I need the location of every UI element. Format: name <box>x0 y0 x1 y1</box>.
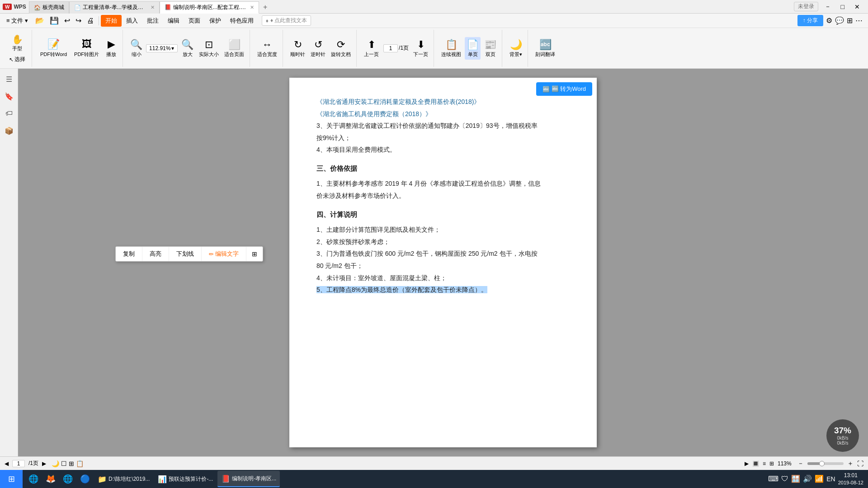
comment-icon2[interactable]: 💬 <box>835 16 844 25</box>
taskbar-input-icon[interactable]: ⌨ <box>768 474 778 483</box>
highlight-btn[interactable]: 高亮 <box>142 247 169 261</box>
minimize-btn[interactable]: － <box>821 2 835 12</box>
more-icon[interactable]: ⋯ <box>855 16 863 25</box>
taskbar-ie2-btn[interactable]: 🌐 <box>60 471 76 487</box>
status-view3-icon[interactable]: 📋 <box>76 460 84 467</box>
share-btn[interactable]: ↑ 分享 <box>797 15 823 26</box>
zoom-plus-btn[interactable]: ＋ <box>847 460 854 468</box>
float-icon-btn[interactable]: ⊞ <box>246 247 263 261</box>
zoom-slider[interactable] <box>807 462 844 465</box>
taskbar-fox-btn[interactable]: 🦊 <box>42 471 59 487</box>
translate-group: 🔤 刻词翻译 <box>530 30 561 67</box>
settings-icon[interactable]: ⚙ <box>826 16 832 25</box>
prev-page-btn[interactable]: ⬆ 上一页 <box>362 37 381 60</box>
menu-edit[interactable]: 编辑 <box>163 15 184 27</box>
hand-btn[interactable]: ✋ 手型 <box>7 32 27 54</box>
taskbar-folder-btn[interactable]: 📁 D:\陈培红\2019... <box>94 471 153 487</box>
tab-doc[interactable]: 📄 工程量清单-孝...学楼及配套工程 = ✕ <box>69 1 160 14</box>
next-page-btn[interactable]: ⬇ 下一页 <box>411 37 430 60</box>
tag-sidebar-icon[interactable]: 🏷 <box>2 107 16 120</box>
zoom-out-btn[interactable]: 🔍 缩小 <box>128 37 144 60</box>
menu-undo[interactable]: ↩ <box>61 14 73 27</box>
taskbar-volume-icon[interactable]: 🔊 <box>803 474 812 483</box>
menu-comment[interactable]: 批注 <box>142 15 163 27</box>
menu-save[interactable]: 💾 <box>47 14 61 27</box>
taskbar-wps-label: 编制说明-孝南区... <box>232 475 276 483</box>
circle-indicator: 37% 0kB/s 0kB/s <box>826 419 859 452</box>
status-view1-icon[interactable]: ☐ <box>61 460 67 467</box>
play-btn[interactable]: ▶ 播放 <box>104 37 119 60</box>
menu-protect[interactable]: 保护 <box>205 15 226 27</box>
tab-pdf-label: 编制说明-孝南区...配套工程.pdf <box>173 4 247 11</box>
taskbar-time: 13:01 <box>838 472 863 479</box>
taskbar-ie-btn[interactable]: 🌐 <box>25 471 42 487</box>
zoom-value: 112.91% <box>149 45 170 52</box>
taskbar-360-btn[interactable]: 🔵 <box>77 471 93 487</box>
taskbar-input2-icon[interactable]: EN <box>826 475 835 483</box>
menu-special[interactable]: 特色应用 <box>226 15 258 27</box>
taskbar-calc-btn[interactable]: 📊 预联达预算计价-... <box>154 471 217 487</box>
bookmark-sidebar-icon[interactable]: 🔖 <box>2 89 16 103</box>
zoom-in-btn[interactable]: 🔍 放大 <box>179 37 195 60</box>
status-page-input[interactable] <box>12 460 25 467</box>
tab-doc-close[interactable]: ✕ <box>151 5 155 10</box>
start-btn[interactable]: ⊞ <box>0 470 23 488</box>
tab-home-icon: 🏠 <box>34 5 41 11</box>
current-page-input[interactable] <box>383 44 398 52</box>
select-btn[interactable]: ↖ 选择 <box>7 55 27 64</box>
close-btn[interactable]: ✕ <box>851 2 863 11</box>
convert-to-word-btn[interactable]: 🔤 🔤 转为Word <box>536 82 592 96</box>
night-btn[interactable]: 🌙 背景▾ <box>508 37 524 60</box>
menu-redo[interactable]: ↪ <box>73 14 84 27</box>
underline-btn[interactable]: 下划线 <box>169 247 202 261</box>
taskbar-calc-icon: 📊 <box>158 475 167 483</box>
menu-print[interactable]: 🖨 <box>84 15 97 27</box>
tab-home[interactable]: 🏠 板壳商城 <box>29 1 69 14</box>
translate-btn[interactable]: 🔤 刻词翻译 <box>533 37 557 60</box>
search-box[interactable]: ♦ ♦ 点此查找文本 <box>262 15 311 26</box>
status-moon-icon[interactable]: 🌙 <box>52 460 59 467</box>
taskbar-win-icon[interactable]: 🪟 <box>791 474 800 483</box>
archive-sidebar-icon[interactable]: 📦 <box>2 124 16 137</box>
file-menu[interactable]: ≡ 文件 ▾ <box>2 15 33 27</box>
single-page-btn[interactable]: 📄 单页 <box>465 37 481 60</box>
status-next-icon[interactable]: ▶ <box>42 460 46 467</box>
zoom-thumb[interactable] <box>819 461 825 466</box>
zoom-value-box[interactable]: 112.91% ▾ <box>146 44 178 52</box>
menu-insert[interactable]: 插入 <box>122 15 142 27</box>
maximize-btn[interactable]: □ <box>837 2 848 11</box>
layout-icon[interactable]: ⊞ <box>847 16 853 25</box>
fullscreen-btn[interactable]: ⛶ <box>857 460 863 467</box>
copy-btn[interactable]: 复制 <box>116 247 142 261</box>
status-view2-icon[interactable]: ⊞ <box>69 460 74 467</box>
status-grid-icon[interactable]: 🔳 <box>752 460 759 467</box>
taskbar-wps-btn[interactable]: 📕 编制说明-孝南区... <box>217 471 280 487</box>
pdf-to-img-btn[interactable]: 🖼 PDF转图片 <box>71 37 102 60</box>
menu-kaishi[interactable]: 开始 <box>101 15 122 27</box>
taskbar-shield-icon[interactable]: 🛡 <box>781 475 788 483</box>
outline-icon[interactable]: ☰ <box>2 72 16 86</box>
menu-page[interactable]: 页面 <box>184 15 205 27</box>
menu-open[interactable]: 📂 <box>33 14 47 27</box>
edit-text-btn[interactable]: ✏ 编辑文字 <box>202 247 246 261</box>
cursor-group: ✋ 手型 ↖ 选择 <box>3 30 32 67</box>
rotate-doc-btn[interactable]: ⟳ 旋转文档 <box>329 37 353 60</box>
continuous-view-btn[interactable]: 📋 连续视图 <box>439 37 463 60</box>
tab-pdf-close[interactable]: ✕ <box>250 5 254 10</box>
status-prev-icon[interactable]: ◀ <box>5 460 9 467</box>
ccw-btn[interactable]: ↺ 逆时针 <box>309 37 327 60</box>
fit-width-btn[interactable]: ↔ 适合宽度 <box>255 37 279 60</box>
fit-page-btn[interactable]: ⬜ 适合页面 <box>222 37 246 60</box>
taskbar-network-icon[interactable]: 📶 <box>815 474 824 483</box>
status-bar: ◀ /1页 ▶ 🌙 ☐ ⊞ 📋 ▶ 🔳 ≡ ⊞ 113% － ＋ ⛶ <box>0 456 868 470</box>
status-play-icon[interactable]: ▶ <box>745 460 749 467</box>
zoom-minus-btn[interactable]: － <box>797 460 804 468</box>
actual-size-btn[interactable]: ⊡ 实际大小 <box>197 37 221 60</box>
new-tab-btn[interactable]: + <box>259 1 272 14</box>
pdf-to-word-btn[interactable]: 📝 PDF转Word <box>38 37 70 60</box>
tab-pdf[interactable]: 📕 编制说明-孝南区...配套工程.pdf ✕ <box>160 1 259 14</box>
status-layout-icon[interactable]: ⊞ <box>769 460 774 467</box>
status-menu-icon[interactable]: ≡ <box>763 460 766 467</box>
double-page-btn[interactable]: 📰 双页 <box>482 37 498 60</box>
cw-btn[interactable]: ↻ 顺时针 <box>288 37 307 60</box>
